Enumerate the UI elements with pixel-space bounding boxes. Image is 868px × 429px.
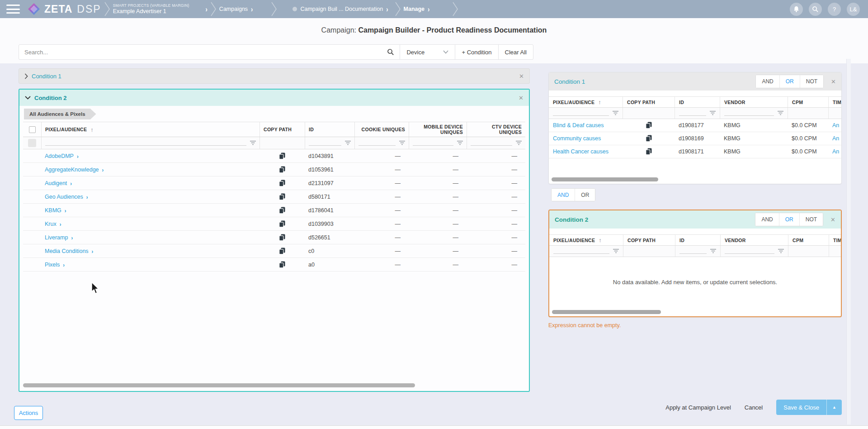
audience-link[interactable]: AggregateKnowledge› bbox=[41, 167, 259, 173]
table-row[interactable]: AdobeDMP›d1043891——— bbox=[23, 149, 525, 163]
copy-icon[interactable] bbox=[646, 135, 652, 142]
copy-icon[interactable] bbox=[279, 207, 285, 214]
filter-input[interactable] bbox=[45, 140, 246, 146]
audience-link[interactable]: Health Cancer causes bbox=[549, 148, 623, 155]
filter-icon[interactable] bbox=[516, 141, 522, 145]
chevron-right-icon[interactable]: › bbox=[92, 248, 94, 254]
global-search-button[interactable] bbox=[809, 3, 822, 16]
time-value[interactable]: An bbox=[828, 135, 841, 142]
sort-ascending-icon[interactable]: ↑ bbox=[598, 99, 601, 105]
filter-icon[interactable] bbox=[250, 141, 256, 145]
notifications-button[interactable] bbox=[790, 3, 803, 16]
filter-input[interactable] bbox=[725, 248, 774, 254]
col-cpm[interactable]: CPM bbox=[788, 235, 829, 245]
scrollbar-thumb[interactable] bbox=[552, 177, 658, 181]
horizontal-scrollbar[interactable] bbox=[552, 310, 839, 314]
audience-link[interactable]: Krux› bbox=[41, 221, 259, 227]
breadcrumb-campaign[interactable]: Campaign Buil ... Documentation › bbox=[292, 6, 388, 13]
search-icon[interactable] bbox=[387, 48, 394, 56]
chevron-right-icon[interactable]: › bbox=[71, 234, 73, 240]
add-condition-button[interactable]: + Condition bbox=[455, 45, 498, 59]
filter-input[interactable] bbox=[553, 248, 609, 254]
clear-all-button[interactable]: Clear All bbox=[498, 45, 533, 59]
filter-input[interactable] bbox=[679, 248, 707, 254]
audience-link[interactable]: Media Conditions› bbox=[41, 248, 259, 254]
or-operator-button[interactable]: OR bbox=[779, 213, 799, 226]
filter-icon[interactable] bbox=[710, 249, 716, 253]
copy-icon[interactable] bbox=[279, 166, 285, 173]
col-ctv-device-uniques[interactable]: CTV DEVICE UNIQUES bbox=[467, 122, 525, 137]
col-time[interactable]: TIM bbox=[828, 97, 841, 107]
breadcrumb-campaigns[interactable]: Campaigns › bbox=[219, 6, 253, 13]
device-dropdown[interactable]: Device bbox=[400, 45, 455, 59]
tab-all-audiences-pixels[interactable]: All Audiences & Pixels bbox=[24, 109, 96, 119]
save-close-button[interactable]: Save & Close ▲ bbox=[776, 400, 842, 415]
table-row[interactable]: AggregateKnowledge›d1053961——— bbox=[23, 163, 525, 176]
copy-icon[interactable] bbox=[279, 248, 285, 255]
copy-icon[interactable] bbox=[646, 148, 652, 155]
filter-input[interactable] bbox=[724, 110, 774, 116]
col-time[interactable]: TIM bbox=[829, 235, 841, 245]
audience-link[interactable]: Liveramp› bbox=[41, 234, 259, 241]
chevron-right-icon[interactable]: › bbox=[386, 5, 388, 14]
filter-icon[interactable] bbox=[710, 111, 716, 115]
chevron-right-icon[interactable]: › bbox=[428, 5, 429, 14]
filter-input[interactable] bbox=[413, 140, 453, 146]
left-condition-2-header[interactable]: Condition 2 ✕ bbox=[19, 90, 529, 106]
scrollbar-thumb[interactable] bbox=[552, 310, 661, 314]
actions-button[interactable]: Actions bbox=[14, 406, 43, 420]
save-dropdown-toggle[interactable]: ▲ bbox=[826, 400, 842, 415]
and-operator-button[interactable]: AND bbox=[755, 213, 778, 226]
cancel-button[interactable]: Cancel bbox=[745, 404, 763, 411]
search-input[interactable] bbox=[24, 49, 387, 56]
audience-link[interactable]: Pixels› bbox=[41, 262, 259, 268]
vertical-scrollbar[interactable] bbox=[846, 59, 851, 424]
user-avatar[interactable]: L& bbox=[847, 3, 860, 16]
filter-icon[interactable] bbox=[345, 141, 351, 145]
copy-icon[interactable] bbox=[279, 261, 285, 268]
table-row[interactable]: Krux›d1039903——— bbox=[23, 217, 525, 231]
time-value[interactable]: An bbox=[828, 122, 841, 129]
filter-input[interactable] bbox=[553, 110, 609, 116]
chevron-right-icon[interactable]: › bbox=[63, 261, 65, 267]
table-row[interactable]: KBMG›d1786041——— bbox=[23, 204, 525, 217]
table-row[interactable]: Audigent›d2131097——— bbox=[23, 176, 525, 190]
chevron-right-icon[interactable]: › bbox=[86, 193, 88, 200]
sort-ascending-icon[interactable]: ↑ bbox=[599, 237, 602, 243]
chevron-right-icon[interactable]: › bbox=[77, 153, 79, 159]
close-icon[interactable]: ✕ bbox=[519, 73, 524, 80]
filter-input[interactable] bbox=[309, 140, 341, 146]
table-row[interactable]: Blind & Deaf causes d1908177 KBMG $0.0 C… bbox=[549, 119, 841, 132]
col-pixel-audience[interactable]: PIXEL/AUDIENCE bbox=[553, 100, 594, 105]
chevron-right-icon[interactable]: › bbox=[206, 5, 208, 14]
select-all-checkbox[interactable] bbox=[29, 126, 36, 133]
table-row[interactable]: Health Cancer causes d1908171 KBMG $0.0 … bbox=[549, 145, 841, 158]
filter-input[interactable] bbox=[359, 140, 396, 146]
chevron-right-icon[interactable]: › bbox=[102, 166, 104, 172]
close-icon[interactable]: ✕ bbox=[831, 78, 836, 85]
audience-link[interactable]: AdobeDMP› bbox=[41, 153, 259, 159]
breadcrumb-advertiser[interactable]: SMART PROJECTS (VARIABLE MARGIN) Example… bbox=[113, 4, 189, 14]
filter-icon[interactable] bbox=[399, 141, 405, 145]
not-operator-button[interactable]: NOT bbox=[800, 75, 823, 88]
filter-icon[interactable] bbox=[613, 111, 618, 115]
filter-input[interactable] bbox=[679, 110, 706, 116]
filter-icon[interactable] bbox=[457, 141, 463, 145]
sort-ascending-icon[interactable]: ↑ bbox=[90, 126, 94, 133]
copy-icon[interactable] bbox=[279, 153, 285, 160]
col-id[interactable]: ID bbox=[675, 97, 720, 107]
col-copy-path[interactable]: COPY PATH bbox=[623, 235, 675, 245]
close-icon[interactable]: ✕ bbox=[830, 216, 835, 223]
table-row[interactable]: Liveramp›d526651——— bbox=[23, 231, 525, 244]
col-cookie-uniques[interactable]: COOKIE UNIQUES bbox=[354, 122, 409, 137]
horizontal-scrollbar[interactable] bbox=[552, 177, 840, 181]
col-id[interactable]: ID bbox=[675, 235, 720, 245]
col-copy-path[interactable]: COPY PATH bbox=[623, 97, 675, 107]
copy-icon[interactable] bbox=[279, 193, 285, 200]
copy-icon[interactable] bbox=[646, 122, 652, 129]
audience-link[interactable]: Community causes bbox=[549, 135, 623, 142]
left-condition-1[interactable]: Condition 1 ✕ bbox=[19, 68, 530, 84]
scrollbar-thumb[interactable] bbox=[23, 383, 415, 387]
copy-icon[interactable] bbox=[279, 220, 285, 228]
or-operator-button[interactable]: OR bbox=[779, 75, 800, 88]
